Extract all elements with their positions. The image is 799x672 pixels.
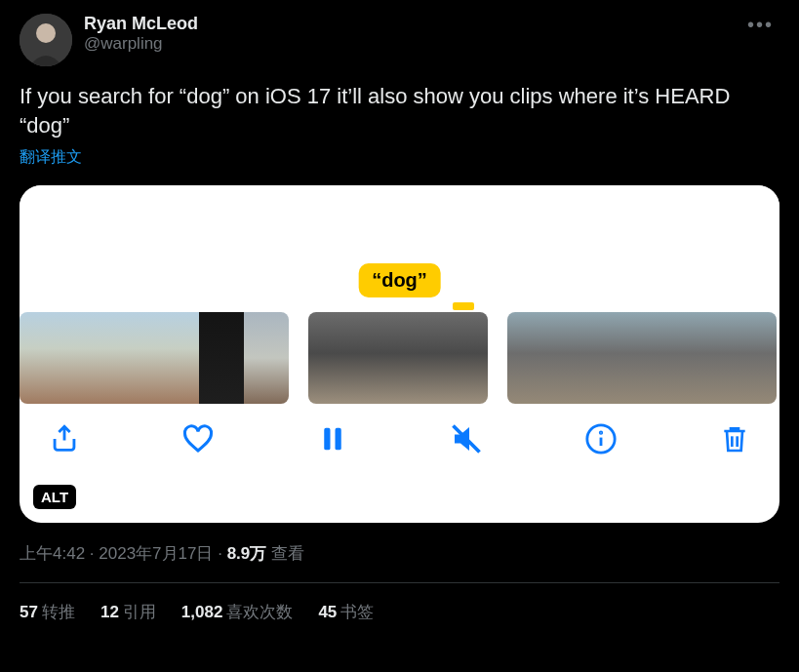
svg-point-1: [36, 23, 56, 43]
video-frame: [398, 312, 443, 404]
bookmarks-stat[interactable]: 45书签: [318, 601, 374, 623]
retweets-count: 57: [20, 603, 38, 621]
video-frame: [109, 312, 154, 404]
translate-link[interactable]: 翻译推文: [20, 147, 779, 168]
caption-badge: “dog”: [358, 263, 441, 297]
likes-stat[interactable]: 1,082喜欢次数: [181, 601, 294, 623]
clip-group-2[interactable]: [308, 312, 488, 404]
share-button[interactable]: [47, 421, 82, 456]
alt-badge[interactable]: ALT: [33, 485, 76, 509]
video-frame: [64, 312, 109, 404]
tweet-header: Ryan McLeod @warpling •••: [20, 14, 779, 66]
video-frame: [244, 312, 289, 404]
caption-marker: [453, 302, 474, 310]
more-button[interactable]: •••: [741, 14, 779, 36]
views-count[interactable]: 8.9万: [227, 544, 267, 563]
like-button[interactable]: [180, 421, 216, 456]
media-header-area: “dog”: [20, 185, 779, 312]
trash-icon: [719, 423, 750, 455]
tweet-meta: 上午4:422023年7月17日8.9万 查看: [20, 542, 779, 565]
media-card[interactable]: “dog”: [20, 185, 779, 523]
bookmarks-label: 书签: [340, 603, 374, 621]
clip-group-1[interactable]: [20, 312, 289, 404]
mute-button[interactable]: [449, 421, 484, 456]
svg-rect-2: [324, 428, 330, 451]
heart-icon: [180, 421, 216, 456]
pause-button[interactable]: [315, 421, 350, 456]
svg-rect-3: [335, 428, 340, 451]
tweet-text: If you search for “dog” on iOS 17 it’ll …: [20, 82, 779, 139]
svg-point-7: [600, 432, 601, 433]
bookmarks-count: 45: [318, 603, 337, 621]
video-frame: [154, 312, 199, 404]
video-frame: [552, 312, 597, 404]
stats-row: 57转推 12引用 1,082喜欢次数 45书签: [20, 583, 779, 623]
video-frame: [642, 312, 687, 404]
views-label: 查看: [271, 544, 304, 563]
quotes-stat[interactable]: 12引用: [100, 601, 156, 623]
video-frame: [597, 312, 642, 404]
retweets-stat[interactable]: 57转推: [20, 601, 75, 623]
speaker-muted-icon: [449, 421, 484, 456]
avatar-image: [20, 14, 72, 66]
video-frame: [507, 312, 552, 404]
author-names: Ryan McLeod @warpling: [84, 14, 198, 54]
avatar[interactable]: [20, 14, 72, 66]
tweet-time[interactable]: 上午4:42: [20, 544, 85, 563]
likes-count: 1,082: [181, 603, 223, 621]
share-icon: [48, 422, 81, 455]
clip-group-3[interactable]: [507, 312, 777, 404]
tweet-date[interactable]: 2023年7月17日: [99, 544, 213, 563]
retweets-label: 转推: [42, 603, 75, 621]
quotes-count: 12: [100, 603, 119, 621]
likes-label: 喜欢次数: [226, 603, 293, 621]
display-name[interactable]: Ryan McLeod: [84, 14, 198, 34]
delete-button[interactable]: [717, 421, 752, 456]
video-frame: [199, 312, 244, 404]
video-frame: [443, 312, 488, 404]
video-frame: [353, 312, 398, 404]
video-timeline[interactable]: [20, 312, 779, 404]
handle[interactable]: @warpling: [84, 34, 198, 54]
pause-icon: [318, 424, 347, 454]
video-frame: [308, 312, 353, 404]
quotes-label: 引用: [123, 603, 156, 621]
media-toolbar: [20, 404, 779, 474]
tweet-container: Ryan McLeod @warpling ••• If you search …: [0, 0, 799, 623]
video-frame: [20, 312, 64, 404]
info-button[interactable]: [583, 421, 619, 456]
info-icon: [584, 422, 618, 455]
video-frame: [732, 312, 777, 404]
video-frame: [687, 312, 732, 404]
